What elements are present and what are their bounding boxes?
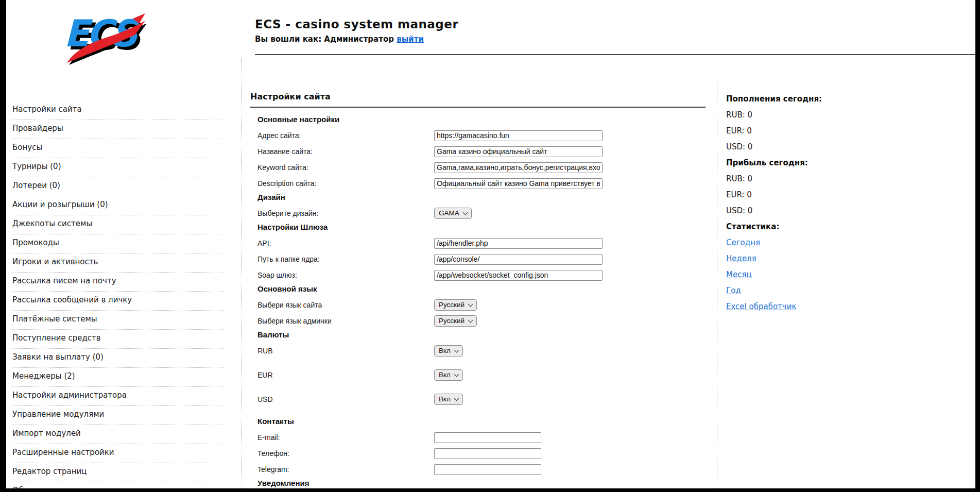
sidebar-item[interactable]: Редактор страниц xyxy=(12,464,223,482)
sidebar-item[interactable]: Заявки на выплату (0) xyxy=(12,349,223,368)
sidebar-item[interactable]: Настройки администратора xyxy=(12,387,223,406)
form-row: Выбери язык сайтаРусский xyxy=(257,298,706,312)
header: ECS - casino system manager Вы вошли как… xyxy=(255,18,458,44)
text-input[interactable] xyxy=(434,178,603,189)
select-dropdown[interactable]: Русский xyxy=(434,299,477,311)
sidebar-item[interactable]: Акции и розыгрыши (0) xyxy=(12,197,223,215)
select-dropdown[interactable]: GAMA xyxy=(434,208,472,219)
stats-value: EUR: 0 xyxy=(726,126,942,142)
form-label: Название сайта: xyxy=(257,147,434,156)
form-label: Выбери язык админки xyxy=(257,317,434,325)
left-edge-bar xyxy=(0,0,6,492)
text-input[interactable] xyxy=(434,464,541,475)
stats-link-row: Месяц xyxy=(726,270,942,286)
chevron-down-icon xyxy=(454,396,459,401)
form-label: Адрес сайта: xyxy=(257,131,434,140)
form-content: Основные настройкиАдрес сайта:Название с… xyxy=(250,108,706,492)
stats-link[interactable]: Год xyxy=(726,286,741,295)
stats-header: Статистика: xyxy=(726,222,942,238)
main-stats-divider xyxy=(717,77,717,488)
stats-link[interactable]: Сегодня xyxy=(726,238,760,247)
form-section-header: Валюты xyxy=(257,330,706,343)
sidebar-item[interactable]: Джекпоты системы xyxy=(12,216,223,234)
stats-value: RUB: 0 xyxy=(726,174,942,190)
bottom-edge-bar xyxy=(0,488,980,492)
section-title: Настройки сайта xyxy=(250,92,706,101)
ecs-logo: ECS ECS xyxy=(58,7,146,65)
stats-value: USD: 0 xyxy=(726,206,942,222)
logout-link[interactable]: выйти xyxy=(397,35,424,44)
chevron-down-icon xyxy=(468,317,473,323)
sidebar-item[interactable]: Лотереи (0) xyxy=(12,178,223,196)
select-dropdown[interactable]: Вкл xyxy=(434,394,463,405)
text-input[interactable] xyxy=(434,270,603,281)
form-row: Description сайта: xyxy=(257,177,706,190)
text-input[interactable] xyxy=(434,254,603,265)
select-dropdown[interactable]: Русский xyxy=(434,315,477,327)
text-input[interactable] xyxy=(434,238,603,249)
form-row: E-mail: xyxy=(257,431,706,444)
login-status-text: Вы вошли как: Администратор xyxy=(255,35,394,44)
form-row: EURВкл xyxy=(257,368,706,382)
form-label: E-mail: xyxy=(257,433,434,442)
form-row: API: xyxy=(257,236,706,250)
form-label: Выбери язык сайта xyxy=(257,301,434,309)
form-row: Адрес сайта: xyxy=(257,129,706,142)
form-label: Телефон: xyxy=(257,449,434,457)
header-divider xyxy=(255,54,977,55)
form-row: USDВкл xyxy=(257,393,706,406)
sidebar-item[interactable]: Поступление средств xyxy=(12,330,223,349)
stats-link-row: Сегодня xyxy=(726,238,942,254)
form-row: RUBВкл xyxy=(257,344,706,358)
form-row: Телефон: xyxy=(257,447,706,460)
sidebar-item[interactable]: Турниры (0) xyxy=(12,159,223,177)
stats-link-row: Excel обработчик xyxy=(726,302,942,318)
form-row: Выберите дизайн:GAMA xyxy=(257,207,706,220)
sidebar-main-divider xyxy=(241,58,242,488)
select-dropdown[interactable]: Вкл xyxy=(434,369,463,381)
sidebar-item[interactable]: Платёжные системы xyxy=(12,311,223,330)
sidebar-item[interactable]: Менеджеры (2) xyxy=(12,368,223,387)
admin-page: ECS ECS ECS - casino system manager Вы в… xyxy=(0,0,980,492)
sidebar-item[interactable]: Рассылка писем на почту xyxy=(12,273,223,292)
main-content: Настройки сайта Основные настройкиАдрес … xyxy=(250,92,706,492)
sidebar-item[interactable]: Бонусы xyxy=(12,140,223,158)
form-label: Description сайта: xyxy=(257,179,434,188)
stats-header: Пополнения сегодня: xyxy=(726,94,942,110)
form-section-header: Основной язык xyxy=(257,284,706,297)
sidebar-item[interactable]: Расширенные настройки xyxy=(12,445,223,463)
form-section-header: Дизайн xyxy=(257,193,706,205)
sidebar-menu: Настройки сайтаПровайдерыБонусыТурниры (… xyxy=(12,101,223,492)
form-row: Название сайта: xyxy=(257,145,706,158)
sidebar-item[interactable]: Управление модулями xyxy=(12,406,223,425)
form-row: Soap шлюз: xyxy=(257,268,706,282)
sidebar-item[interactable]: Игроки и активность xyxy=(12,254,223,273)
stats-link[interactable]: Неделя xyxy=(726,254,757,263)
stats-link-row: Неделя xyxy=(726,254,942,270)
stats-link[interactable]: Месяц xyxy=(726,270,752,279)
form-label: RUB xyxy=(257,347,434,355)
right-edge-bar xyxy=(975,0,980,492)
stats-link-row: Год xyxy=(726,286,942,302)
sidebar-item[interactable]: Рассылка сообщений в личку xyxy=(12,292,223,311)
form-label: EUR xyxy=(257,371,434,379)
text-input[interactable] xyxy=(434,146,603,157)
stats-link[interactable]: Excel обработчик xyxy=(726,302,796,311)
text-input[interactable] xyxy=(434,432,541,443)
sidebar-item[interactable]: Провайдеры xyxy=(12,121,223,139)
text-input[interactable] xyxy=(434,130,603,141)
sidebar-item[interactable]: Импорт модулей xyxy=(12,426,223,444)
stats-value: RUB: 0 xyxy=(726,110,942,126)
chevron-down-icon xyxy=(454,347,459,352)
form-row: Выбери язык админкиРусский xyxy=(257,314,706,328)
chevron-down-icon xyxy=(462,210,468,215)
text-input[interactable] xyxy=(434,448,541,459)
sidebar-item[interactable]: Настройки сайта xyxy=(12,101,223,120)
select-dropdown[interactable]: Вкл xyxy=(434,345,463,357)
ecs-logo-image: ECS ECS xyxy=(58,7,146,65)
sidebar-item[interactable]: Промокоды xyxy=(12,235,223,253)
right-panel: Пополнения сегодня:RUB: 0EUR: 0USD: 0При… xyxy=(726,94,942,318)
form-label: Путь к папке ядра: xyxy=(257,255,434,263)
text-input[interactable] xyxy=(434,162,603,173)
form-label: Telegram: xyxy=(257,465,434,473)
